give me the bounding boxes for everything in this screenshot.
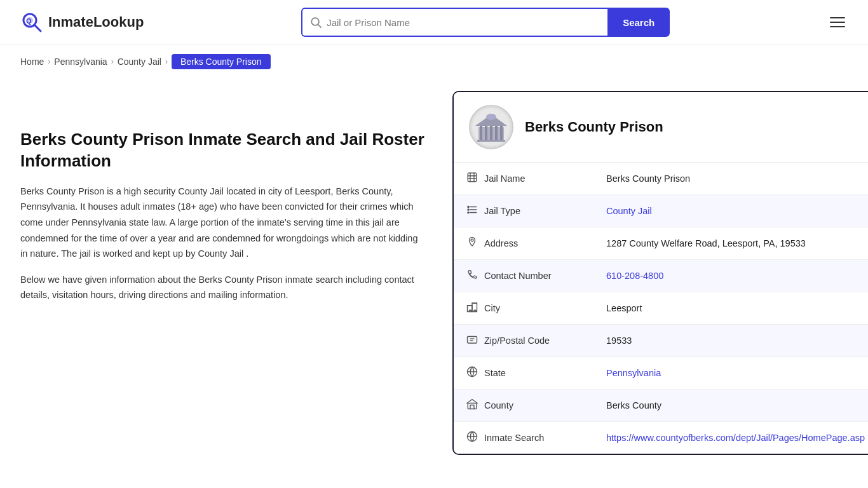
row-label-text: Jail Name: [484, 173, 525, 184]
table-row: Zip/Postal Code19533: [454, 325, 868, 357]
row-label-text: Jail Type: [484, 206, 520, 216]
table-row: Inmate Searchhttps://www.countyofberks.c…: [454, 422, 868, 454]
svg-rect-30: [468, 337, 477, 344]
row-label-text: Address: [484, 238, 518, 248]
logo[interactable]: Q InmateLookup: [20, 11, 144, 34]
facility-avatar: [469, 105, 513, 149]
svg-point-27: [471, 239, 473, 241]
search-bar: Search: [301, 8, 670, 37]
search-icon: [310, 17, 322, 28]
svg-rect-8: [480, 125, 482, 141]
table-row: CityLeesport: [454, 292, 868, 325]
svg-point-25: [468, 209, 469, 210]
row-label-cell: State: [466, 366, 581, 380]
card-header: Berks County Prison: [454, 92, 868, 163]
breadcrumb-current: Berks County Prison: [172, 54, 271, 69]
row-value-cell: 1287 County Welfare Road, Leesport, PA, …: [593, 227, 868, 260]
breadcrumb-home[interactable]: Home: [20, 57, 44, 67]
breadcrumb-separator-3: ›: [165, 57, 168, 66]
svg-rect-9: [485, 125, 487, 141]
page-desc-1: Berks County Prison is a high security C…: [20, 184, 427, 262]
search-input[interactable]: [327, 17, 600, 28]
row-value-cell: Berks County Prison: [593, 163, 868, 195]
page-desc-2: Below we have given information about th…: [20, 272, 427, 303]
pin-icon: [466, 236, 478, 250]
phone-icon: [466, 269, 478, 283]
row-label-cell: Contact Number: [466, 269, 581, 283]
logo-text: InmateLookup: [48, 14, 144, 30]
row-value-cell: County Jail: [593, 195, 868, 227]
row-value-cell: 610-208-4800: [593, 260, 868, 292]
search-input-wrapper: [301, 8, 607, 37]
svg-rect-12: [500, 125, 503, 141]
jail-icon: [466, 172, 478, 186]
row-label-cell: Inmate Search: [466, 431, 581, 445]
row-label-text: City: [484, 303, 500, 313]
svg-text:Q: Q: [26, 17, 32, 25]
left-column: Berks County Prison Inmate Search and Ja…: [20, 91, 427, 455]
info-card: Berks County Prison Jail NameBerks Count…: [452, 91, 868, 455]
page-heading: Berks County Prison Inmate Search and Ja…: [20, 129, 427, 172]
row-value-link[interactable]: 610-208-4800: [606, 271, 663, 281]
row-label-cell: City: [466, 301, 581, 315]
mail-icon: [466, 334, 478, 348]
row-label-text: Contact Number: [484, 271, 552, 281]
list-icon: [466, 204, 478, 218]
city-icon: [466, 301, 478, 315]
row-value-link[interactable]: Pennsylvania: [606, 368, 661, 378]
globe2-icon: [466, 431, 478, 445]
svg-rect-14: [477, 140, 505, 142]
table-row: Jail TypeCounty Jail: [454, 195, 868, 227]
row-label-cell: County: [466, 398, 581, 412]
row-label-cell: Jail Name: [466, 172, 581, 186]
globe-icon: [466, 366, 478, 380]
row-label-text: State: [484, 368, 506, 378]
row-value-cell: Pennsylvania: [593, 357, 868, 390]
hamburger-menu[interactable]: [827, 15, 848, 30]
row-label-text: County: [484, 400, 513, 410]
row-label-text: Zip/Postal Code: [484, 336, 550, 346]
facility-name-heading: Berks County Prison: [525, 119, 663, 135]
svg-rect-33: [468, 403, 477, 409]
breadcrumb-county-jail[interactable]: County Jail: [118, 57, 161, 67]
row-value-cell: 19533: [593, 325, 868, 357]
search-button[interactable]: Search: [607, 8, 670, 37]
row-value-link[interactable]: https://www.countyofberks.com/dept/Jail/…: [606, 433, 865, 443]
info-table: Jail NameBerks County PrisonJail TypeCou…: [454, 163, 868, 454]
row-value-cell: https://www.countyofberks.com/dept/Jail/…: [593, 422, 868, 454]
row-label-cell: Jail Type: [466, 204, 581, 218]
row-label-cell: Zip/Postal Code: [466, 334, 581, 348]
table-row: Contact Number610-208-4800: [454, 260, 868, 292]
breadcrumb: Home › Pennsylvania › County Jail › Berk…: [0, 45, 868, 78]
right-column: Berks County Prison Jail NameBerks Count…: [452, 91, 868, 455]
svg-point-15: [486, 114, 496, 120]
svg-rect-16: [468, 173, 477, 182]
svg-rect-10: [490, 125, 492, 141]
row-label-cell: Address: [466, 236, 581, 250]
table-row: Jail NameBerks County Prison: [454, 163, 868, 195]
table-row: StatePennsylvania: [454, 357, 868, 390]
svg-line-5: [318, 25, 322, 28]
svg-line-1: [34, 25, 41, 31]
row-value-cell: Berks County: [593, 390, 868, 422]
header: Q InmateLookup Search: [0, 0, 868, 45]
table-row: CountyBerks County: [454, 390, 868, 422]
row-value-link[interactable]: County Jail: [606, 206, 652, 216]
row-label-text: Inmate Search: [484, 433, 544, 443]
breadcrumb-pennsylvania[interactable]: Pennsylvania: [54, 57, 107, 67]
breadcrumb-separator-2: ›: [111, 57, 114, 66]
logo-icon: Q: [20, 11, 43, 34]
county-icon: [466, 398, 478, 412]
facility-image: [472, 108, 510, 146]
svg-point-24: [468, 206, 469, 207]
row-value-cell: Leesport: [593, 292, 868, 325]
table-row: Address1287 County Welfare Road, Leespor…: [454, 227, 868, 260]
breadcrumb-separator-1: ›: [48, 57, 50, 66]
svg-point-26: [468, 212, 469, 213]
svg-rect-11: [495, 125, 498, 141]
main-content: Berks County Prison Inmate Search and Ja…: [0, 78, 868, 480]
